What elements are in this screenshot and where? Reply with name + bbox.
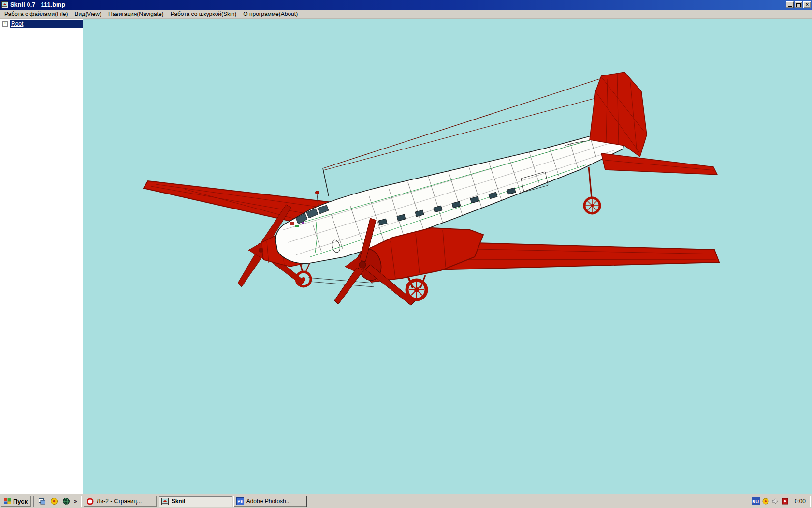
main-area: + Root [0, 19, 812, 494]
tree-item-root[interactable]: + Root [0, 20, 83, 28]
airplane-wireframe-model [83, 19, 812, 494]
roof-beacon [316, 191, 319, 194]
window-title: Sknil 0.7 111.bmp [10, 1, 784, 8]
task-label: Ли-2 - Страниц... [97, 498, 142, 505]
taskbar-clock: 0:00 [791, 498, 806, 505]
task-label: Sknil [172, 498, 186, 505]
expand-icon[interactable]: + [2, 21, 8, 27]
start-button[interactable]: Пуск [1, 496, 31, 507]
menu-item-skin[interactable]: Работа со шкуркой(Skin) [167, 10, 240, 19]
starboard-landing-gear [407, 275, 426, 299]
menu-item-file[interactable]: Работа с файлами(File) [1, 10, 71, 19]
restore-icon [796, 3, 801, 7]
quick-launch-overflow[interactable]: » [72, 498, 79, 505]
start-label: Пуск [13, 498, 28, 505]
tree-item-root-label[interactable]: Root [10, 20, 83, 28]
show-desktop-icon[interactable] [36, 496, 48, 507]
menu-bar: Работа с файлами(File) Вид(View) Навигац… [0, 10, 812, 19]
globe-icon[interactable] [60, 496, 72, 507]
opera-icon [87, 497, 94, 505]
task-button-photoshop[interactable]: Ps Adobe Photosh... [233, 496, 307, 507]
yellow-ball-icon[interactable] [48, 496, 60, 507]
title-bar[interactable]: Sknil 0.7 111.bmp × [0, 0, 812, 10]
minimize-button[interactable] [786, 1, 794, 8]
skin-tree-panel[interactable]: + Root [0, 19, 83, 494]
menu-item-view[interactable]: Вид(View) [71, 10, 105, 19]
menu-item-navigate[interactable]: Навигация(Navigate) [105, 10, 167, 19]
menu-item-about[interactable]: О программе(About) [240, 10, 301, 19]
close-icon: × [806, 1, 809, 8]
close-button[interactable]: × [803, 1, 811, 8]
tray-red-icon[interactable] [781, 497, 789, 505]
system-tray: RU 0:00 [749, 496, 811, 507]
photoshop-icon-text: Ps [237, 499, 243, 504]
sknil-app-icon [161, 497, 169, 505]
restore-button[interactable] [795, 1, 802, 8]
starboard-stabilizer [601, 153, 717, 175]
quick-launch-bar: » [36, 496, 79, 507]
app-icon [1, 1, 8, 8]
minimize-icon [788, 6, 792, 7]
taskbar-divider [33, 496, 34, 507]
pitot-lines [308, 278, 374, 287]
application-window: Sknil 0.7 111.bmp × Работа с файлами(Fil… [0, 0, 812, 508]
photoshop-icon: Ps [236, 497, 244, 505]
task-label: Adobe Photosh... [246, 498, 291, 505]
language-indicator[interactable]: RU [752, 497, 760, 505]
model-viewport[interactable] [83, 19, 812, 494]
task-button-sknil[interactable]: Sknil [159, 496, 232, 507]
taskbar: Пуск [0, 494, 812, 508]
taskbar-divider [81, 496, 82, 507]
tray-yellow-icon[interactable] [762, 497, 769, 505]
windows-logo-icon [3, 498, 11, 505]
task-button-li2-page[interactable]: Ли-2 - Страниц... [84, 496, 157, 507]
tray-volume-icon[interactable] [771, 497, 779, 505]
tail-wheel [584, 167, 600, 213]
